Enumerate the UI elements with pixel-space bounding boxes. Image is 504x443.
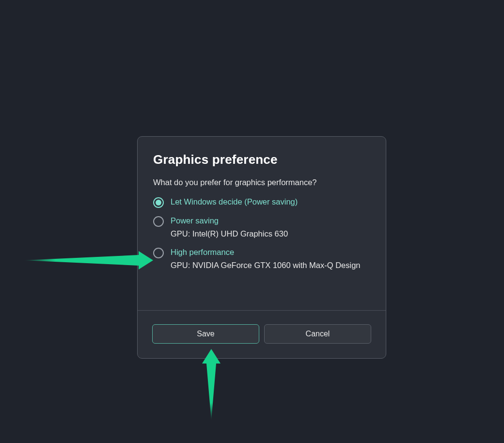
option-let-windows-decide[interactable]: Let Windows decide (Power saving) <box>153 197 370 208</box>
option-text: High performance GPU: NVIDIA GeForce GTX… <box>171 247 361 271</box>
annotation-arrow-horizontal <box>23 250 154 270</box>
dialog-title: Graphics preference <box>153 152 370 167</box>
save-button[interactable]: Save <box>152 324 259 344</box>
option-label: Power saving <box>171 216 288 226</box>
option-text: Let Windows decide (Power saving) <box>171 197 298 207</box>
option-label: Let Windows decide (Power saving) <box>171 197 298 207</box>
radio-icon[interactable] <box>153 197 164 208</box>
dialog-body: Graphics preference What do you prefer f… <box>138 137 386 310</box>
annotation-arrow-vertical <box>201 349 222 422</box>
option-high-performance[interactable]: High performance GPU: NVIDIA GeForce GTX… <box>153 247 370 271</box>
option-text: Power saving GPU: Intel(R) UHD Graphics … <box>171 216 288 239</box>
option-power-saving[interactable]: Power saving GPU: Intel(R) UHD Graphics … <box>153 216 370 239</box>
option-label: High performance <box>171 247 361 257</box>
radio-icon[interactable] <box>153 216 164 227</box>
option-sub: GPU: NVIDIA GeForce GTX 1060 with Max-Q … <box>171 260 361 270</box>
svg-marker-1 <box>202 349 220 421</box>
option-sub: GPU: Intel(R) UHD Graphics 630 <box>171 229 288 239</box>
graphics-preference-dialog: Graphics preference What do you prefer f… <box>137 136 386 359</box>
radio-icon[interactable] <box>153 248 164 258</box>
cancel-button[interactable]: Cancel <box>264 324 371 344</box>
dialog-footer: Save Cancel <box>138 311 386 358</box>
dialog-question: What do you prefer for graphics performa… <box>153 178 370 187</box>
svg-marker-0 <box>23 251 153 269</box>
